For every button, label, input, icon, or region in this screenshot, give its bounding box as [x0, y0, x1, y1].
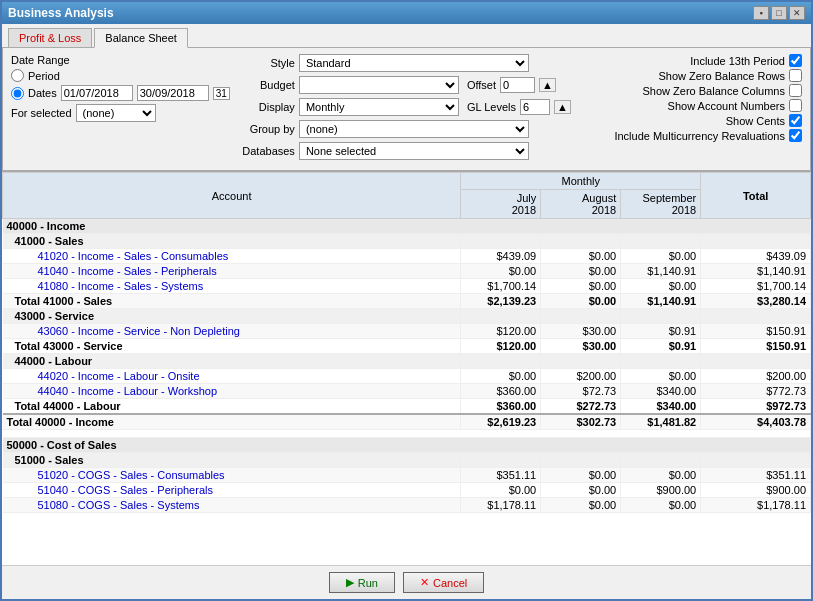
table-row [3, 430, 811, 438]
dates-radio[interactable] [11, 87, 24, 100]
july-cell: $0.00 [461, 483, 541, 498]
style-dropdown[interactable]: Standard [299, 54, 529, 72]
cancel-icon: ✕ [420, 576, 429, 589]
july-cell: $120.00 [461, 339, 541, 354]
display-dropdown[interactable]: Monthly Quarterly Annually [299, 98, 459, 116]
main-window: Business Analysis ▪ □ ✕ Profit & Loss Ba… [0, 0, 813, 601]
include-multicurrency-checkbox[interactable] [789, 129, 802, 142]
period-radio[interactable] [11, 69, 24, 82]
august-cell: $302.73 [541, 414, 621, 430]
account-cell: 50000 - Cost of Sales [3, 438, 811, 453]
total-cell: $351.11 [701, 468, 811, 483]
for-selected-label: For selected [11, 107, 72, 119]
table-row: 44040 - Income - Labour - Workshop$360.0… [3, 384, 811, 399]
total-cell: $3,280.14 [701, 294, 811, 309]
august-cell: $0.00 [541, 249, 621, 264]
table-row: 51040 - COGS - Sales - Peripherals$0.00$… [3, 483, 811, 498]
offset-spinner-up[interactable]: ▲ [539, 78, 556, 92]
table-row: 50000 - Cost of Sales [3, 438, 811, 453]
total-cell [701, 234, 811, 249]
july-header: July 2018 [461, 190, 541, 219]
september-cell: $0.91 [621, 339, 701, 354]
show-account-numbers-label: Show Account Numbers [668, 100, 785, 112]
options-section: Style Standard Budget Offset ▲ Display [240, 54, 605, 164]
account-cell: Total 43000 - Service [3, 339, 461, 354]
table-row: 44020 - Income - Labour - Onsite$0.00$20… [3, 369, 811, 384]
august-cell: $0.00 [541, 468, 621, 483]
september-cell: $0.00 [621, 369, 701, 384]
cancel-button[interactable]: ✕ Cancel [403, 572, 484, 593]
date-from-input[interactable] [61, 85, 133, 101]
september-cell: $1,140.91 [621, 264, 701, 279]
tab-bar: Profit & Loss Balance Sheet [2, 24, 811, 47]
account-cell: 41020 - Income - Sales - Consumables [3, 249, 461, 264]
september-cell: $340.00 [621, 399, 701, 415]
july-cell: $351.11 [461, 468, 541, 483]
show-account-numbers-checkbox[interactable] [789, 99, 802, 112]
account-cell: 44020 - Income - Labour - Onsite [3, 369, 461, 384]
include-multicurrency-label: Include Multicurrency Revaluations [614, 130, 785, 142]
account-cell: Total 41000 - Sales [3, 294, 461, 309]
tab-profit-loss[interactable]: Profit & Loss [8, 28, 92, 47]
monthly-col-header: Monthly [461, 173, 701, 190]
july-cell: $0.00 [461, 264, 541, 279]
account-cell: 51040 - COGS - Sales - Peripherals [3, 483, 461, 498]
august-cell: $200.00 [541, 369, 621, 384]
total-cell: $200.00 [701, 369, 811, 384]
window-title: Business Analysis [8, 6, 114, 20]
period-label: Period [28, 70, 60, 82]
checkboxes-section: Include 13th Period Show Zero Balance Ro… [614, 54, 802, 164]
table-row: 41000 - Sales [3, 234, 811, 249]
databases-dropdown[interactable]: None selected [299, 142, 529, 160]
account-cell: Total 40000 - Income [3, 414, 461, 430]
for-selected-dropdown[interactable]: (none) [76, 104, 156, 122]
title-bar: Business Analysis ▪ □ ✕ [2, 2, 811, 24]
total-cell: $439.09 [701, 249, 811, 264]
gl-levels-input[interactable] [520, 99, 550, 115]
gl-levels-spinner[interactable]: ▲ [554, 100, 571, 114]
account-cell: 51080 - COGS - Sales - Systems [3, 498, 461, 513]
total-col-header: Total [701, 173, 811, 219]
september-cell: $0.00 [621, 279, 701, 294]
form-area: Date Range Period Dates 31 For selected … [2, 47, 811, 171]
total-cell: $972.73 [701, 399, 811, 415]
date-picker-button[interactable]: 31 [213, 87, 230, 100]
run-button[interactable]: ▶ Run [329, 572, 395, 593]
account-cell: 41080 - Income - Sales - Systems [3, 279, 461, 294]
budget-dropdown[interactable] [299, 76, 459, 94]
group-by-dropdown[interactable]: (none) [299, 120, 529, 138]
show-cents-checkbox[interactable] [789, 114, 802, 127]
august-cell: $0.00 [541, 294, 621, 309]
include-13th-checkbox[interactable] [789, 54, 802, 67]
september-cell [621, 453, 701, 468]
minimize-button[interactable]: ▪ [753, 6, 769, 20]
close-button[interactable]: ✕ [789, 6, 805, 20]
september-cell [621, 354, 701, 369]
september-cell: $1,481.82 [621, 414, 701, 430]
total-cell [701, 453, 811, 468]
restore-button[interactable]: □ [771, 6, 787, 20]
date-to-input[interactable] [137, 85, 209, 101]
account-cell: 44000 - Labour [3, 354, 461, 369]
july-cell: $360.00 [461, 384, 541, 399]
july-cell [461, 453, 541, 468]
show-zero-cols-checkbox[interactable] [789, 84, 802, 97]
table-row: Total 43000 - Service$120.00$30.00$0.91$… [3, 339, 811, 354]
run-icon: ▶ [346, 576, 354, 589]
august-cell: $72.73 [541, 384, 621, 399]
show-zero-rows-label: Show Zero Balance Rows [658, 70, 785, 82]
show-zero-rows-checkbox[interactable] [789, 69, 802, 82]
databases-label: Databases [240, 145, 295, 157]
gl-levels-label: GL Levels [467, 101, 516, 113]
account-cell: 51000 - Sales [3, 453, 461, 468]
august-cell: $30.00 [541, 324, 621, 339]
july-cell: $1,178.11 [461, 498, 541, 513]
september-cell: $0.91 [621, 324, 701, 339]
table-row: 41020 - Income - Sales - Consumables$439… [3, 249, 811, 264]
total-cell: $4,403.78 [701, 414, 811, 430]
offset-input[interactable] [500, 77, 535, 93]
tab-balance-sheet[interactable]: Balance Sheet [94, 28, 188, 48]
total-cell: $900.00 [701, 483, 811, 498]
august-cell [541, 453, 621, 468]
offset-label: Offset [467, 79, 496, 91]
